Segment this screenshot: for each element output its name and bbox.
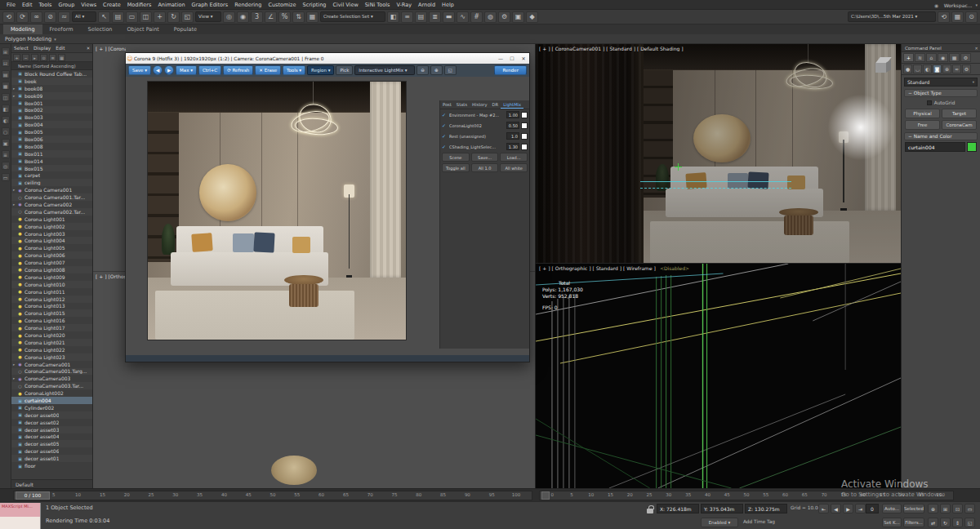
create-free-button[interactable]: Free	[905, 120, 940, 130]
lightmix-all-white-button[interactable]: All white	[500, 163, 528, 172]
viewcube[interactable]	[875, 57, 893, 75]
list-item[interactable]: ●Corona Light007	[11, 259, 92, 266]
use-pivot-point-icon[interactable]: ◎	[223, 11, 235, 23]
create-tab-icon[interactable]: +	[903, 53, 914, 62]
menu-tools[interactable]: Tools	[35, 2, 55, 8]
timeline-tick[interactable]: 85	[440, 492, 446, 497]
timeline-tick[interactable]: 10	[75, 492, 81, 497]
vfb-fit-icon[interactable]: ◱	[444, 65, 457, 75]
rendered-frame-window-icon[interactable]: ▣	[512, 11, 524, 23]
list-item[interactable]: ●Corona Light004	[11, 237, 92, 244]
ribbon-tab-populate[interactable]: Populate	[167, 24, 204, 34]
go-to-end-button[interactable]: ⇥	[855, 504, 866, 513]
list-item[interactable]: ●Corona Light002	[11, 223, 92, 230]
curve-editor-icon[interactable]: ∿	[457, 11, 469, 23]
percent-snap-icon[interactable]: %	[278, 11, 291, 23]
list-item[interactable]: ▸▣book09	[11, 92, 92, 100]
vfb-refresh-button[interactable]: ⟳ Refresh	[223, 65, 253, 75]
bind-to-space-warp-icon[interactable]: ≈	[58, 11, 70, 23]
explorer-filter-icon[interactable]: ▦	[58, 54, 65, 61]
list-item[interactable]: ▣Cylinder002	[11, 404, 92, 411]
mirror-icon[interactable]: ◧	[387, 11, 399, 23]
list-item[interactable]: ●CoronaLight002	[11, 389, 92, 397]
vfb-max-dropdown[interactable]: Max ▾	[176, 65, 197, 75]
list-item[interactable]: ●Corona Light015	[11, 309, 92, 317]
create-target-button[interactable]: Target	[942, 109, 977, 118]
explorer-find-icon[interactable]: ⊙	[40, 54, 47, 61]
close-icon[interactable]: ✕	[973, 46, 980, 51]
select-and-rotate-icon[interactable]: ↻	[167, 11, 180, 23]
vfb-pick-button[interactable]: Pick	[336, 65, 353, 75]
list-item[interactable]: ●Corona Light008	[11, 266, 92, 273]
time-ruler-right[interactable]: 0510152025303540455055606570758085909510…	[539, 491, 954, 500]
list-item[interactable]: ▣decor asset06	[11, 447, 92, 455]
reference-coordinate-dropdown[interactable]: View ▾	[195, 11, 221, 22]
macro-recorder-pane[interactable]: MAXScript Mi...	[0, 503, 40, 517]
list-item[interactable]: ●Corona Light016	[11, 317, 92, 324]
enabled-dropdown[interactable]: Enabled ▾	[701, 518, 738, 527]
angle-snap-icon[interactable]: ∠	[265, 11, 277, 23]
timeline-tick[interactable]: 75	[840, 492, 846, 497]
timeline-tick[interactable]: 80	[860, 492, 866, 497]
vfb-copy-button[interactable]: Ctrl+C	[198, 65, 221, 75]
select-and-move-icon[interactable]: +	[154, 11, 166, 23]
camera-viewport-label[interactable]: [ + ] [ CoronaCamera001 ] [ Standard ] […	[539, 46, 684, 51]
play-button[interactable]: ▶	[843, 504, 853, 513]
snaps-toggle-icon[interactable]: 3	[251, 11, 263, 23]
previous-frame-button[interactable]: ◀	[831, 504, 841, 513]
list-item[interactable]: ▣book	[11, 78, 92, 85]
explorer-half-icon[interactable]: ◧	[2, 104, 10, 113]
autogrid-checkbox[interactable]	[927, 100, 932, 105]
select-and-manipulate-icon[interactable]: ◉	[237, 11, 249, 23]
list-item[interactable]: ●Corona Light012	[11, 296, 92, 303]
timeline-tick[interactable]: 5	[570, 492, 573, 497]
menu-rendering[interactable]: Rendering	[231, 2, 265, 8]
list-item[interactable]: ▸◉Corona Camera001	[11, 186, 92, 193]
list-item[interactable]: ●Corona Light017	[11, 324, 92, 331]
space-warps-category-icon[interactable]: ≈	[952, 64, 961, 73]
select-and-link-icon[interactable]: ∞	[30, 11, 42, 23]
menu-animation[interactable]: Animation	[154, 2, 188, 8]
vfb-prev-button[interactable]: ◀	[153, 65, 163, 75]
menu-graph-editors[interactable]: Graph Editors	[189, 2, 232, 8]
timeline-tick[interactable]: 45	[724, 492, 730, 497]
lock-selection-icon[interactable]	[647, 509, 653, 513]
explorer-menu-edit[interactable]: Edit	[53, 46, 67, 51]
timeline-tick[interactable]: 40	[705, 492, 710, 497]
timeline-tick[interactable]: 5	[52, 492, 56, 497]
timeline-tick[interactable]: 25	[647, 492, 653, 497]
scene-explorer-footer[interactable]: Default	[11, 479, 92, 488]
rectangular-selection-region-icon[interactable]: ▭	[126, 11, 138, 23]
orthographic-viewport[interactable]: [ + ] [ Orthographic ] [ Standard ] [ Wi…	[535, 264, 901, 488]
add-time-tag[interactable]: Add Time Tag	[743, 519, 775, 524]
explorer-region-icon[interactable]: ▭	[2, 173, 10, 181]
create-physical-button[interactable]: Physical	[905, 109, 940, 118]
timeline-tick[interactable]: 80	[416, 492, 421, 497]
explorer-sort-icon[interactable]: ≡	[49, 54, 56, 61]
polygon-modeling-label[interactable]: Polygon Modeling	[5, 36, 51, 42]
redo-icon[interactable]: ⟳	[16, 11, 29, 23]
explorer-menu-select[interactable]: Select	[11, 46, 31, 51]
ribbon-tab-object-paint[interactable]: Object Paint	[120, 24, 167, 34]
list-item[interactable]: ●Corona Light013	[11, 303, 92, 310]
orbit-icon[interactable]: ↻	[940, 518, 951, 527]
viewport-label-top-left[interactable]: [ + ] [CoronaCam	[96, 46, 126, 51]
list-item[interactable]: ▸◉CoronaCamera001	[11, 361, 92, 368]
zoom-region-icon[interactable]: ▭	[964, 504, 975, 513]
window-crossing-icon[interactable]: ◫	[140, 11, 152, 23]
timeline-tick[interactable]: 60	[318, 492, 324, 497]
lightmix-color-swatch[interactable]	[521, 122, 528, 129]
lightmix-checkbox[interactable]: ✓	[442, 112, 448, 118]
vfb-tab-post[interactable]: Post	[440, 100, 454, 109]
list-item[interactable]: ▸▣book08	[11, 85, 92, 92]
object-type-rollout[interactable]: − Object Type	[904, 89, 978, 97]
timeline-tick[interactable]: 50	[270, 492, 276, 497]
timeline-tick[interactable]: 15	[100, 492, 105, 497]
timeline-tick[interactable]: 70	[822, 492, 827, 497]
select-object-icon[interactable]: ↖	[98, 11, 110, 23]
user-avatar-icon[interactable]: ◉	[933, 2, 941, 8]
timeline-tick[interactable]: 0	[550, 492, 554, 497]
menu-customize[interactable]: Customize	[265, 2, 299, 8]
explorer-menu-display[interactable]: Display	[31, 46, 53, 51]
list-item[interactable]: ▸◉Corona Camera002	[11, 201, 92, 208]
